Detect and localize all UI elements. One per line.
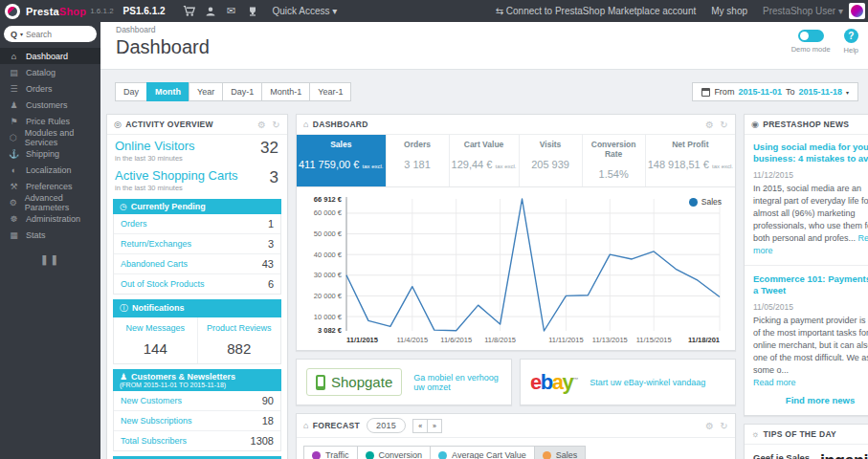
sidebar-item-administration[interactable]: ☸Administration <box>0 210 100 227</box>
search-input[interactable] <box>26 30 81 39</box>
list-item: New Subscriptions18 <box>114 411 280 431</box>
brand-name[interactable]: PrestaShop <box>26 6 86 17</box>
news-panel-title: PRESTASHOP NEWS <box>763 120 849 129</box>
sidebar-item-advanced-parameters[interactable]: ⚙Advanced Parameters <box>0 194 100 210</box>
online-visitors-value: 32 <box>260 139 278 158</box>
svg-text:11/11/2015: 11/11/2015 <box>548 336 583 344</box>
product-reviews-link[interactable]: Product Reviews <box>207 323 272 333</box>
news-article-title[interactable]: Using social media for your business: 4 … <box>753 142 868 165</box>
sidebar-item-modules[interactable]: ⬡Modules and Services <box>0 129 100 145</box>
user-icon[interactable] <box>200 5 221 16</box>
search-icon: Q <box>11 30 17 39</box>
range-year-button[interactable]: Year <box>189 82 223 101</box>
online-visitors-label[interactable]: Online Visitors <box>115 139 279 153</box>
forecast-prev-button[interactable]: « <box>412 419 428 433</box>
sidebar-item-dashboard[interactable]: ⌂Dashboard <box>0 48 100 64</box>
search-scope-caret-icon[interactable]: ▾ <box>20 31 23 37</box>
gear-icon[interactable]: ⚙ <box>705 421 714 431</box>
news-article-title[interactable]: Ecommerce 101: Payments in a Tweet <box>753 273 868 297</box>
pending-orders-link[interactable]: Orders <box>121 219 147 229</box>
kpi-tab-orders[interactable]: Orders3 181 <box>386 135 449 186</box>
quick-access-menu[interactable]: Quick Access ▾ <box>273 6 338 16</box>
forecast-panel: ⌂ FORECAST 2015 « » ⚙ ↻ Traffic Conversi… <box>296 413 736 459</box>
kpi-tab-sales[interactable]: Sales411 759,00 € tax excl. <box>297 135 386 186</box>
sidebar-item-shipping[interactable]: ⚓Shipping <box>0 145 100 162</box>
demo-mode-toggle[interactable] <box>798 30 824 42</box>
total-subscribers-link[interactable]: Total Subscribers <box>121 436 187 446</box>
sidebar-item-preferences[interactable]: ⚒Preferences <box>0 178 100 194</box>
date-range-picker[interactable]: From 2015-11-01 To 2015-11-18 ▾ <box>692 82 858 101</box>
refresh-icon[interactable]: ↻ <box>720 120 728 130</box>
abandoned-carts-link[interactable]: Abandoned Carts <box>121 259 188 269</box>
gear-icon[interactable]: ⚙ <box>257 120 266 130</box>
forecast-next-button[interactable]: » <box>427 419 442 433</box>
sidebar-item-localization[interactable]: ◐Localization <box>0 162 100 178</box>
sidebar-item-catalog[interactable]: ▤Catalog <box>0 64 100 80</box>
ebay-logo[interactable]: ebay™ <box>530 370 578 395</box>
shopgate-logo[interactable]: Shopgate <box>306 368 402 396</box>
forecast-avg-cart-button[interactable]: Average Cart Value <box>430 446 535 459</box>
ingenico-logo[interactable]: ingenico Payment services <box>820 452 868 459</box>
users-icon: ♟ <box>9 100 19 110</box>
marketplace-icon: ⇆ <box>496 6 503 16</box>
breadcrumb[interactable]: Dashboard <box>116 25 868 34</box>
svg-text:20 000 €: 20 000 € <box>314 292 343 300</box>
pending-returns-link[interactable]: Return/Exchanges <box>121 239 191 249</box>
shopgate-link[interactable]: Ga mobiel en verhoog uw omzet <box>413 373 501 392</box>
forecast-traffic-button[interactable]: Traffic <box>303 446 358 459</box>
avg-cart-dot-icon <box>438 451 447 459</box>
traffic-dot-icon <box>312 451 321 459</box>
trophy-icon[interactable] <box>242 5 263 16</box>
find-more-news-link[interactable]: Find more news <box>753 389 868 415</box>
active-carts-label[interactable]: Active Shopping Carts <box>115 168 279 183</box>
sales-line-chart: 10 000 €20 000 €30 000 €40 000 €50 000 €… <box>302 191 729 346</box>
marketplace-link[interactable]: ⇆ Connect to PrestaShop Marketplace acco… <box>496 6 697 16</box>
forecast-conversion-button[interactable]: Conversion <box>357 446 432 459</box>
sidebar-item-orders[interactable]: ☰Orders <box>0 80 100 97</box>
forecast-sales-button[interactable]: Sales <box>534 446 587 459</box>
out-of-stock-link[interactable]: Out of Stock Products <box>121 279 205 289</box>
new-subscriptions-link[interactable]: New Subscriptions <box>121 416 192 426</box>
sidebar-item-price-rules[interactable]: ⚑Price Rules <box>0 113 100 129</box>
read-more-link[interactable]: Read more <box>753 378 796 387</box>
svg-text:11/13/2015: 11/13/2015 <box>592 336 628 344</box>
range-day-1-button[interactable]: Day-1 <box>222 82 262 101</box>
cart-icon[interactable] <box>179 5 200 17</box>
user-menu[interactable]: PrestaShop User ▾ <box>763 6 843 16</box>
help-icon[interactable]: ? <box>844 29 858 43</box>
my-shop-link[interactable]: My shop <box>711 6 747 16</box>
sidebar-item-customers[interactable]: ♟Customers <box>0 97 100 113</box>
prestashop-logo[interactable] <box>5 4 20 19</box>
range-month-button[interactable]: Month <box>146 82 189 101</box>
shop-name[interactable]: PS1.6.1.2 <box>123 6 166 16</box>
range-month-1-button[interactable]: Month-1 <box>261 82 310 101</box>
version-label: 1.6.1.2 <box>90 7 113 15</box>
help-control: ? Help <box>844 28 858 55</box>
kpi-tab-net-profit[interactable]: Net Profit148 918,51 € tax excl. <box>645 135 735 186</box>
svg-text:50 000 €: 50 000 € <box>314 230 343 238</box>
new-messages-link[interactable]: New Messages <box>125 323 185 333</box>
gear-icon[interactable]: ⚙ <box>705 120 714 130</box>
range-day-button[interactable]: Day <box>115 82 147 101</box>
user-avatar[interactable] <box>849 3 865 19</box>
sidebar-search[interactable]: Q ▾ <box>4 26 97 42</box>
kpi-tab-cart-value[interactable]: Cart Value129,44 € tax excl. <box>449 135 519 186</box>
chart-legend[interactable]: Sales <box>689 197 722 207</box>
refresh-icon[interactable]: ↻ <box>272 120 280 130</box>
range-year-1-button[interactable]: Year-1 <box>309 82 351 101</box>
list-item: Return/Exchanges3 <box>114 234 280 254</box>
svg-text:11/4/2015: 11/4/2015 <box>396 336 428 344</box>
kpi-tab-conversion-rate[interactable]: Conversion Rate1.54% <box>582 135 645 186</box>
new-customers-link[interactable]: New Customers <box>121 396 182 405</box>
active-carts-stat: Active Shopping Carts in the last 30 min… <box>107 164 287 194</box>
sidebar-item-stats[interactable]: ▦Stats <box>0 227 100 243</box>
forecast-year[interactable]: 2015 <box>367 418 406 433</box>
ebay-link[interactable]: Start uw eBay-winkel vandaag <box>590 378 705 387</box>
wrench-icon: ⚒ <box>9 182 19 191</box>
lightbulb-icon: ☼ <box>751 429 760 439</box>
globe-icon: ◐ <box>9 165 19 175</box>
refresh-icon[interactable]: ↻ <box>720 421 728 431</box>
sidebar-collapse-button[interactable]: ❚❚ <box>0 254 100 265</box>
kpi-tab-visits[interactable]: Visits205 939 <box>519 135 582 186</box>
messages-icon[interactable]: ✉ <box>221 5 242 17</box>
